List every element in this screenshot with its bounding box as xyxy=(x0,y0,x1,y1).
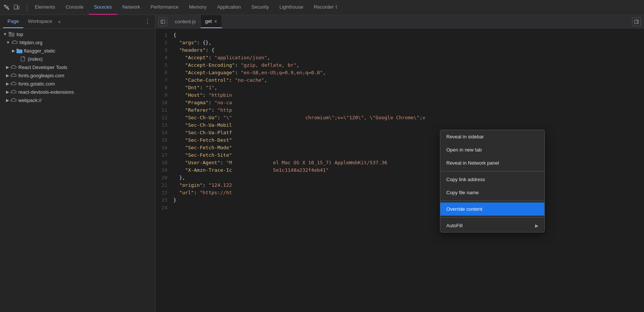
tree-item-httpbin[interactable]: ▼ httpbin.org xyxy=(0,38,155,46)
spacer-icon-index xyxy=(18,57,19,61)
chevron-down-icon: ▼ xyxy=(3,32,7,36)
chevron-right-icon-webpack: ▶ xyxy=(6,98,9,103)
context-menu-item-autofill[interactable]: AutoFill ▶ xyxy=(440,219,544,232)
cloud-icon-googleapis xyxy=(10,73,16,78)
file-tree: ▼ top ▼ httpbin.org ▶ xyxy=(0,28,155,312)
tree-item-fonts-gstatic[interactable]: ▶ fonts.gstatic.com xyxy=(0,80,155,88)
context-menu-label-reveal-network: Reveal in Network panel xyxy=(446,160,499,166)
context-menu-label-copy-filename: Copy file name xyxy=(446,190,479,195)
panel-right-toggle-icon[interactable] xyxy=(632,17,641,26)
tree-label-fonts-googleapis: fonts.googleapis.com xyxy=(18,73,64,78)
tree-label-react-dev-tools: React Developer Tools xyxy=(18,64,67,70)
svg-rect-9 xyxy=(21,57,25,61)
code-line-2: 2 "args": {}, xyxy=(155,39,644,46)
sub-tab-page[interactable]: Page xyxy=(3,15,23,28)
cloud-icon-ext xyxy=(10,90,16,94)
file-tab-close-icon[interactable]: × xyxy=(214,18,217,24)
context-menu-item-copy-filename[interactable]: Copy file name xyxy=(440,186,544,199)
code-line-16: 16 "Sec-Fetch-Mode" xyxy=(155,144,644,152)
tab-performance[interactable]: Performance xyxy=(145,0,183,15)
context-menu-separator-3 xyxy=(440,217,544,218)
devtools-toolbar: Elements Console Sources Network Perform… xyxy=(0,0,644,15)
tree-item-top[interactable]: ▼ top xyxy=(0,30,155,38)
tab-recorder[interactable]: Recorder ⌇ xyxy=(309,0,343,15)
sub-tab-options[interactable]: ⋮ xyxy=(143,18,152,25)
tab-lighthouse[interactable]: Lighthouse xyxy=(274,0,309,15)
tree-item-flasgger[interactable]: ▶ flasgger_static xyxy=(0,46,155,55)
tab-console[interactable]: Console xyxy=(60,0,89,15)
tree-item-fonts-googleapis[interactable]: ▶ fonts.googleapis.com xyxy=(0,71,155,80)
code-line-12: 12 "Sec-Ch-Ua": "\" chromium\";v=\"120\"… xyxy=(155,114,644,122)
tab-network[interactable]: Network xyxy=(117,0,146,15)
context-menu-label-override-content: Override content xyxy=(446,206,482,212)
tree-label-httpbin: httpbin.org xyxy=(19,40,42,45)
tree-label-fonts-gstatic: fonts.gstatic.com xyxy=(18,81,55,87)
toolbar-separator xyxy=(27,4,27,11)
tree-label-react-devtools-ext: react-devtools-extensions xyxy=(18,89,74,95)
code-line-21: 21 "origin": "124.122 xyxy=(155,182,644,189)
context-menu-label-autofill: AutoFill xyxy=(446,223,462,228)
tree-label-index: (index) xyxy=(28,56,43,62)
code-line-8: 8 "Dnt": "1", xyxy=(155,84,644,92)
chevron-right-icon-ext: ▶ xyxy=(6,90,9,94)
code-line-7: 7 "Cache-Control": "no-cache", xyxy=(155,76,644,84)
sub-tab-more[interactable]: » xyxy=(58,19,61,24)
code-line-10: 10 "Pragma": "no-ca xyxy=(155,99,644,106)
main-area: Page Workspace » ⋮ ▼ top ▼ htt xyxy=(0,15,644,312)
tree-item-react-devtools-ext[interactable]: ▶ react-devtools-extensions xyxy=(0,88,155,96)
device-icon[interactable] xyxy=(13,4,20,11)
tree-item-react-dev-tools[interactable]: ▶ React Developer Tools xyxy=(0,63,155,71)
file-tab-content-js[interactable]: content.js xyxy=(170,15,201,28)
context-menu-separator-1 xyxy=(440,171,544,171)
context-menu-item-reveal-sidebar[interactable]: Reveal in sidebar xyxy=(440,130,544,143)
chevron-right-icon-gstatic: ▶ xyxy=(6,81,9,86)
folder-blue-icon xyxy=(16,48,22,53)
tab-elements[interactable]: Elements xyxy=(30,0,60,15)
code-line-9: 9 "Host": "httpbin xyxy=(155,92,644,99)
tree-label-flasgger: flasgger_static xyxy=(24,48,55,54)
file-icon-index xyxy=(21,56,26,62)
cloud-icon-gstatic xyxy=(10,81,16,86)
code-line-5: 5 "Accept-Encoding": "gzip, deflate, br"… xyxy=(155,62,644,69)
file-tab-get-label: get xyxy=(205,18,212,24)
file-tab-content-js-label: content.js xyxy=(175,19,196,24)
panel-toggle-icon[interactable] xyxy=(158,17,167,26)
main-tab-nav: Elements Console Sources Network Perform… xyxy=(30,0,343,15)
tree-label-webpack: webpack:// xyxy=(18,98,42,103)
inspect-icon[interactable] xyxy=(3,4,10,11)
tree-item-index[interactable]: (index) xyxy=(0,55,155,63)
svg-rect-8 xyxy=(16,49,19,50)
tab-application[interactable]: Application xyxy=(212,0,246,15)
sub-tabs: Page Workspace » ⋮ xyxy=(0,15,155,28)
code-line-4: 4 "Accept": "application/json", xyxy=(155,54,644,62)
code-line-17: 17 "Sec-Fetch-Site" xyxy=(155,152,644,159)
toolbar-icon-group xyxy=(3,4,20,11)
code-line-20: 20 }, xyxy=(155,174,644,182)
code-line-1: 1 { xyxy=(155,32,644,39)
context-menu-item-open-new-tab[interactable]: Open in new tab xyxy=(440,143,544,156)
context-menu-item-copy-link[interactable]: Copy link address xyxy=(440,173,544,186)
svg-rect-3 xyxy=(18,6,19,9)
context-menu-item-override-content[interactable]: Override content xyxy=(440,202,544,216)
context-menu-separator-2 xyxy=(440,201,544,201)
context-menu-item-reveal-network[interactable]: Reveal in Network panel xyxy=(440,156,544,170)
svg-rect-12 xyxy=(635,20,638,24)
context-menu-label-reveal-sidebar: Reveal in sidebar xyxy=(446,134,484,140)
context-menu-label-open-new-tab: Open in new tab xyxy=(446,147,482,153)
tab-memory[interactable]: Memory xyxy=(184,0,212,15)
code-line-6: 6 "Accept-Language": "en-GB,en-US;q=0.9,… xyxy=(155,69,644,76)
svg-rect-1 xyxy=(4,5,4,7)
code-line-19: 19 "X-Amzn-Trace-Ic 5e1c1148a232f4eb41" xyxy=(155,166,644,174)
tab-sources[interactable]: Sources xyxy=(89,0,117,15)
tree-label-top: top xyxy=(16,32,23,37)
tree-item-webpack[interactable]: ▶ webpack:// xyxy=(0,96,155,104)
cloud-icon-httpbin xyxy=(12,40,18,45)
svg-rect-6 xyxy=(9,32,11,33)
sub-tab-workspace[interactable]: Workspace xyxy=(23,15,57,28)
file-tab-get[interactable]: get × xyxy=(201,15,222,28)
right-panel: content.js get × 1 { 2 "args": {}, xyxy=(155,15,644,312)
chevron-right-icon-react: ▶ xyxy=(6,65,9,70)
cloud-icon-webpack xyxy=(10,98,16,102)
tab-security[interactable]: Security xyxy=(246,0,274,15)
code-line-14: 14 "Sec-Ch-Ua-Platf xyxy=(155,129,644,136)
